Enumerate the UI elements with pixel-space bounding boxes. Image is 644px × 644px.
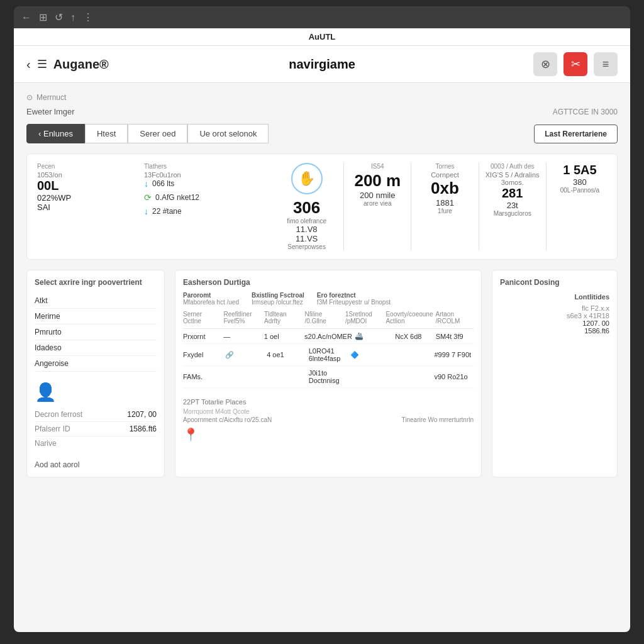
- info-panel: Pecen 1053/on 00L 022%WP SAI Tlathers 13…: [26, 153, 618, 260]
- action-icon-3: ≡: [602, 58, 609, 71]
- telemetry-item-3: ↓ 22 #tane: [144, 206, 270, 216]
- metric-label-6: Marsgucloros: [486, 210, 540, 217]
- middle-panel: Easherson Durtiga Paroromt Mfaborefea hc…: [175, 270, 482, 477]
- telem-down-icon-1: ↓: [144, 179, 148, 189]
- device-section: 👤 Decron ferrost 1207, 00 Pfalserr ID 15…: [35, 382, 157, 450]
- row1-c7: SM4t 3f9: [436, 333, 474, 340]
- info-val-1c: SAI: [37, 203, 138, 212]
- action-btn-1[interactable]: ⊗: [533, 52, 557, 76]
- info-col-3: ✋ 306 fimo olefrance 11.V8 11.VS Senerpo…: [276, 163, 337, 250]
- map-right: Tinearire Wo mrrerturtnrln: [402, 416, 474, 423]
- device-label-3: Narive: [35, 439, 57, 448]
- info-col-7: 1 5A5 380 00L-Pannos/a: [546, 163, 607, 250]
- metric-main-7a: 1 5A5: [553, 163, 607, 177]
- info-col-2: Tlathers 13Fc0u1ron ↓ 066 lts ⟳ 0.AfG nk…: [144, 163, 270, 250]
- metric-sub-3b: 11.VS: [276, 234, 337, 243]
- meta-2: Bxistling Fsctroal Irmseup /olcur.ftez: [252, 292, 304, 306]
- reload-icon[interactable]: ↺: [55, 11, 63, 23]
- action-btn-2[interactable]: ✂: [564, 52, 587, 76]
- info-label-2: Tlathers: [144, 163, 270, 170]
- tab-serer[interactable]: Serer oed: [128, 124, 187, 143]
- filter-item-atkt[interactable]: Atkt: [35, 293, 157, 309]
- info-col-5: Tornes Cornpect 0xb 1881 1fure: [411, 163, 472, 250]
- meta-sub-1: Mfaborefea hct /ued: [183, 299, 239, 306]
- info-label-6a: 0003 / Auth des: [486, 163, 540, 170]
- telem-down-icon-2: ↓: [144, 206, 148, 216]
- right-panel-label: Lontlitides: [500, 293, 609, 301]
- action-btn-3[interactable]: ≡: [594, 52, 618, 76]
- row1-c4: s20.Ac/nOMER: [304, 333, 352, 340]
- left-panel-title: Select axrire ingr poovertrient: [35, 278, 157, 287]
- row2-c2: 🔗: [225, 351, 265, 359]
- action-last-btn[interactable]: Last Rerertariene: [534, 125, 618, 143]
- metric-sub-6: 23t: [486, 201, 540, 210]
- metric-label-3b: Senerpowses: [276, 243, 337, 250]
- meta-label-2: Bxistling Fsctroal: [252, 292, 304, 299]
- tab-ue-orot[interactable]: Ue orot selonok: [187, 124, 269, 143]
- metric-main-3: 306: [276, 198, 337, 218]
- row1-c3: 1 oel: [264, 333, 302, 340]
- right-val-2: s6e3 x 41R18: [500, 312, 609, 319]
- device-label-2: Pfalserr ID: [35, 425, 70, 433]
- right-panel-title: Panicont Dosing: [500, 278, 609, 287]
- telem-val-1: 066 lts: [152, 179, 174, 188]
- row2-c1: Fxydel: [183, 351, 223, 358]
- telem-val-3: 22 #tane: [152, 207, 182, 216]
- tabs-icon[interactable]: ⊞: [39, 11, 47, 23]
- filter-item-angeroise[interactable]: Angeroise: [35, 356, 157, 372]
- row2-c3: 4 oe1: [267, 351, 306, 358]
- metric-sub-7: 380: [553, 177, 607, 187]
- breadcrumb: ⊙ Merrnuct: [26, 93, 618, 102]
- col-header-3: Tldltean Adrfty: [264, 311, 302, 325]
- table-meta-header: Paroromt Mfaborefea hct /ued Bxistling F…: [183, 292, 474, 306]
- metric-main-6a: 281: [486, 186, 540, 201]
- row1-c1: Prxornt: [183, 333, 221, 340]
- info-sub-1: 1053/on: [37, 171, 138, 179]
- add-section[interactable]: Aod aot aorol: [35, 460, 157, 469]
- map-desc: Apoornment c/Aicxftu ro/25.caN: [183, 416, 272, 423]
- col-header-5: 1Sretlnod /pMDOI: [345, 311, 383, 325]
- info-label-5: Tornes: [418, 163, 472, 170]
- browser-bar: ← ⊞ ↺ ↑ ⋮: [14, 6, 630, 28]
- middle-panel-title: Easherson Durtiga: [183, 278, 474, 287]
- left-panel: Select axrire ingr poovertrient Atkt Mer…: [26, 270, 165, 477]
- metric-main-4: 200 m: [350, 171, 404, 191]
- device-row-2: Pfalserr ID 1586.ft6: [35, 422, 157, 436]
- telem-rotate-icon: ⟳: [144, 192, 152, 203]
- telemetry-item-1: ↓ 066 lts: [144, 179, 270, 189]
- menu-button[interactable]: ☰: [37, 57, 47, 71]
- tab-enlunes[interactable]: ‹ Enlunes: [26, 124, 85, 143]
- meta-sub-2: Irmseup /olcur.ftez: [252, 299, 304, 306]
- tabs-row: ‹ Enlunes Htest Serer oed Ue orot selono…: [26, 124, 618, 143]
- table-row-1[interactable]: Prxornt — 1 oel s20.Ac/nOMER 🚢 NcX 6d8 S…: [183, 329, 474, 344]
- row1-c6: NcX 6d8: [395, 333, 433, 340]
- info-label-1: Pecen: [37, 163, 138, 170]
- metric-label-4: arore viea: [350, 200, 404, 207]
- filter-item-merirne[interactable]: Merirne: [35, 309, 157, 325]
- metric-sub-5: 1881: [418, 198, 472, 208]
- info-col-4: IS54 200 m 200 nmile arore viea: [343, 163, 404, 250]
- tab-htest[interactable]: Htest: [85, 124, 128, 143]
- info-col-6: 0003 / Auth des XIG'S 5 / Adralins 3omos…: [479, 163, 540, 250]
- menu-icon[interactable]: ⋮: [83, 11, 93, 23]
- share-icon[interactable]: ↑: [70, 12, 75, 23]
- circle-icon: ✋: [291, 163, 323, 194]
- filter-item-pmrurto[interactable]: Pmrurto: [35, 325, 157, 340]
- right-val-1: flc F2.x.x: [500, 304, 609, 312]
- back-button[interactable]: ‹: [26, 57, 31, 72]
- right-val-4: 1586.ft6: [500, 327, 609, 335]
- metric-label-3a: fimo olefrance: [276, 218, 337, 225]
- table-row-2[interactable]: Fxydel 🔗 4 oe1 L0RO41 6lnte4fasp 🔷 #999 …: [183, 344, 474, 366]
- meta-3: Ero foreztnct f3M Friteupyestr u/ Bnopst: [317, 292, 391, 306]
- filter-item-idadeso[interactable]: Idadeso: [35, 340, 157, 356]
- back-icon[interactable]: ←: [21, 12, 31, 23]
- metric-label-5: 1fure: [418, 208, 472, 214]
- info-col-1: Pecen 1053/on 00L 022%WP SAI: [37, 163, 138, 250]
- telem-val-2: 0.AfG nket12: [155, 193, 199, 202]
- device-value-1: 1207, 00: [127, 410, 157, 419]
- metric-sub-4: 200 nmile: [350, 191, 404, 200]
- breadcrumb-icon: ⊙: [26, 93, 33, 102]
- nav-title: navirgiame: [289, 57, 355, 72]
- table-row-3[interactable]: FAMs. J0i1to Doctnnisg v90 Ro21o: [183, 366, 474, 388]
- col-header-6: Eoovrty/coeoune Actlion: [386, 311, 433, 325]
